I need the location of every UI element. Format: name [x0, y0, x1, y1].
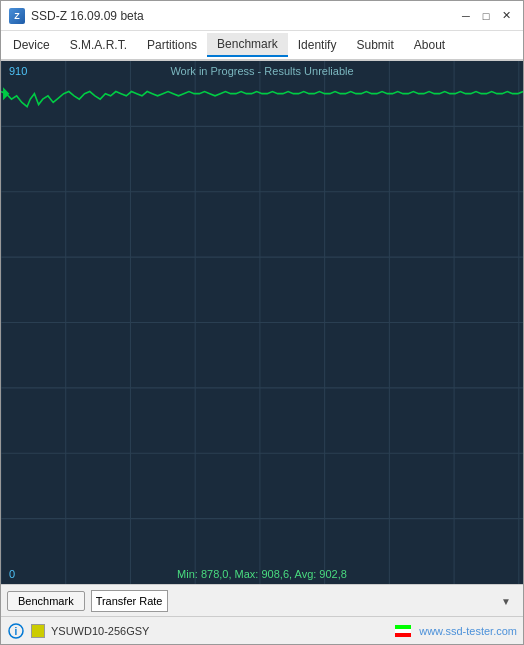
menu-item-about[interactable]: About	[404, 34, 455, 56]
chart-y-max-label: 910	[9, 65, 27, 77]
drive-color-indicator	[31, 624, 45, 638]
menu-bar: DeviceS.M.A.R.T.PartitionsBenchmarkIdent…	[1, 31, 523, 61]
window-controls: ─ □ ✕	[457, 7, 515, 25]
toolbar: Benchmark Transfer RateAccess TimeRead S…	[1, 584, 523, 616]
chart-y-min-label: 0	[9, 568, 15, 580]
svg-text:i: i	[15, 626, 18, 637]
website-link[interactable]: www.ssd-tester.com	[419, 625, 517, 637]
menu-item-identify[interactable]: Identify	[288, 34, 347, 56]
dropdown-arrow-icon: ▼	[501, 595, 511, 606]
chart-stats-label: Min: 878,0, Max: 908,6, Avg: 902,8	[177, 568, 347, 580]
main-window: Z SSD-Z 16.09.09 beta ─ □ ✕ DeviceS.M.A.…	[0, 0, 524, 645]
chart-title: Work in Progress - Results Unreliable	[170, 65, 353, 77]
benchmark-button[interactable]: Benchmark	[7, 591, 85, 611]
app-icon: Z	[9, 8, 25, 24]
menu-item-benchmark[interactable]: Benchmark	[207, 33, 288, 57]
menu-item-device[interactable]: Device	[3, 34, 60, 56]
info-icon: i	[7, 622, 25, 640]
drive-name: YSUWD10-256GSY	[51, 625, 389, 637]
benchmark-chart	[1, 61, 523, 584]
transfer-type-select[interactable]: Transfer RateAccess TimeRead SpeedWrite …	[91, 590, 168, 612]
menu-item-smart[interactable]: S.M.A.R.T.	[60, 34, 137, 56]
title-bar: Z SSD-Z 16.09.09 beta ─ □ ✕	[1, 1, 523, 31]
minimize-button[interactable]: ─	[457, 7, 475, 25]
country-flag-icon	[395, 625, 411, 637]
dropdown-wrapper: Transfer RateAccess TimeRead SpeedWrite …	[91, 590, 517, 612]
menu-item-submit[interactable]: Submit	[346, 34, 403, 56]
maximize-button[interactable]: □	[477, 7, 495, 25]
chart-area: 910 Work in Progress - Results Unreliabl…	[1, 61, 523, 584]
menu-item-partitions[interactable]: Partitions	[137, 34, 207, 56]
app-title: SSD-Z 16.09.09 beta	[31, 9, 457, 23]
close-button[interactable]: ✕	[497, 7, 515, 25]
status-bar: i YSUWD10-256GSY www.ssd-tester.com	[1, 616, 523, 644]
